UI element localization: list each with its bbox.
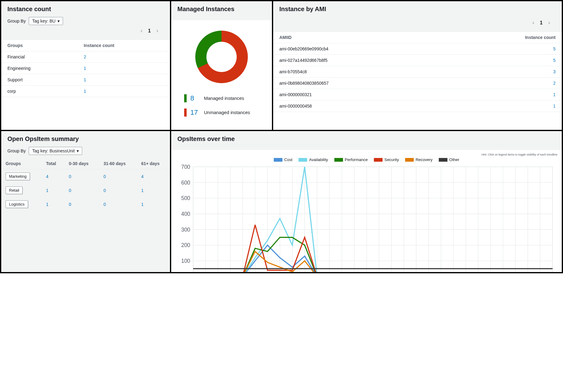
col-31-60: 31-60 days [99, 158, 137, 169]
ami-id: ami-00eb20669e0990cb4 [273, 43, 443, 55]
d3160-link[interactable]: 0 [104, 188, 106, 193]
count-link[interactable]: 2 [553, 81, 556, 86]
group-by-value: Tag key: BusinessUnit [32, 148, 75, 153]
legend-item-performance[interactable]: Performance [334, 157, 368, 162]
count-link[interactable]: 3 [553, 69, 556, 74]
d030-link[interactable]: 0 [69, 202, 71, 207]
swatch-icon [405, 158, 414, 162]
total-link[interactable]: 1 [46, 188, 49, 193]
svg-text:100: 100 [181, 258, 190, 264]
ami-id: ami-027a14492d667b8f5 [273, 55, 443, 66]
d3160-link[interactable]: 0 [104, 174, 106, 179]
legend-item-availability[interactable]: Availability [298, 157, 328, 162]
managed-instances-card: Managed Instances 8 Managed instances 17… [171, 1, 273, 130]
group-by-label: Group By [7, 148, 26, 153]
legend-item-other[interactable]: Other [439, 157, 459, 162]
ami-id: ami-0b898040803850657 [273, 78, 443, 89]
col-0-30: 0-30 days [65, 158, 99, 169]
d61-link[interactable]: 1 [141, 202, 144, 207]
count-link[interactable]: 1 [84, 66, 86, 71]
swatch-icon [334, 158, 343, 162]
group-cell: corp [1, 86, 78, 97]
d61-link[interactable]: 4 [141, 174, 144, 179]
ami-table: AMIID Instance count ami-00eb20669e0990c… [273, 32, 562, 112]
count-link[interactable]: 1 [84, 77, 86, 82]
svg-text:300: 300 [181, 227, 190, 233]
chevron-right-icon[interactable]: › [548, 19, 550, 26]
open-opsitem-title: Open OpsItem summary [7, 135, 164, 143]
group-by-dropdown[interactable]: Tag key: BusinessUnit ▾ [29, 147, 82, 155]
managed-instances-title: Managed Instances [177, 6, 266, 13]
legend-item-recovery[interactable]: Recovery [405, 157, 433, 162]
svg-text:700: 700 [181, 164, 190, 170]
legend-item-cost[interactable]: Cost [274, 157, 293, 162]
group-by-dropdown[interactable]: Tag key: BU ▾ [29, 17, 63, 25]
chart-hint: Hint: Click on legend items to toggle vi… [176, 153, 557, 156]
table-row: ami-027a14492d667b8f55 [273, 55, 562, 66]
instance-by-ami-card: Instance by AMI ‹ 1 › AMIID Instance cou… [273, 1, 562, 130]
group-button[interactable]: Marketing [6, 173, 30, 180]
table-row: ami-b70554c83 [273, 66, 562, 78]
opsitems-over-time-title: OpsItems over time [177, 135, 556, 143]
total-link[interactable]: 1 [46, 202, 49, 207]
d3160-link[interactable]: 0 [104, 202, 106, 207]
page-number: 1 [540, 20, 543, 26]
instance-count-pagination: ‹ 1 › [7, 25, 164, 36]
dashboard-grid: Instance count Group By Tag key: BU ▾ ‹ … [0, 0, 563, 273]
swatch-icon [274, 158, 282, 162]
chevron-left-icon[interactable]: ‹ [141, 28, 142, 34]
managed-count[interactable]: 8 [190, 94, 200, 102]
managed-label: Managed instances [204, 96, 244, 101]
chevron-left-icon[interactable]: ‹ [532, 19, 534, 26]
count-link[interactable]: 5 [553, 58, 556, 63]
table-row: Financial 2 [1, 51, 170, 63]
swatch-green [184, 94, 187, 102]
group-button[interactable]: Retail [6, 186, 23, 194]
line-chart: 010020030040050060070010-1310-1410-1510-… [176, 164, 557, 273]
table-row: ami-00eb20669e0990cb45 [273, 43, 562, 55]
svg-text:500: 500 [181, 195, 190, 201]
svg-text:400: 400 [181, 211, 190, 217]
col-count: Instance count [78, 40, 170, 51]
count-link[interactable]: 1 [84, 89, 86, 94]
chart-legend: Cost Availability Performance Security R… [176, 157, 557, 162]
instance-count-table: Groups Instance count Financial 2 Engine… [1, 40, 170, 97]
swatch-icon [374, 158, 383, 162]
table-row: Marketing 4 0 0 4 [1, 169, 170, 184]
total-link[interactable]: 4 [46, 174, 49, 179]
legend-item-security[interactable]: Security [374, 157, 399, 162]
table-row: ami-00000003211 [273, 89, 562, 100]
ami-id: ami-0000000458 [273, 100, 443, 112]
col-amiid: AMIID [273, 32, 443, 43]
col-groups: Groups [1, 40, 78, 51]
legend-managed: 8 Managed instances [175, 94, 268, 102]
caret-down-icon: ▾ [77, 148, 79, 153]
count-link[interactable]: 1 [553, 104, 556, 109]
chevron-right-icon[interactable]: › [156, 28, 158, 34]
d030-link[interactable]: 0 [69, 174, 71, 179]
table-row: Logistics 1 0 0 1 [1, 197, 170, 211]
svg-text:600: 600 [181, 180, 190, 186]
swatch-icon [298, 158, 307, 162]
count-link[interactable]: 2 [84, 54, 86, 59]
page-number: 1 [148, 28, 151, 34]
unmanaged-label: Unmanaged instances [204, 110, 250, 115]
d61-link[interactable]: 1 [141, 188, 144, 193]
unmanaged-count[interactable]: 17 [190, 109, 200, 117]
swatch-icon [439, 158, 447, 162]
instance-count-card: Instance count Group By Tag key: BU ▾ ‹ … [1, 1, 171, 130]
d030-link[interactable]: 0 [69, 188, 71, 193]
table-row: ami-0b8980408038506572 [273, 78, 562, 89]
count-link[interactable]: 1 [553, 92, 556, 97]
group-cell: Engineering [1, 63, 78, 74]
ami-id: ami-b70554c8 [273, 66, 443, 78]
table-row: Retail 1 0 0 1 [1, 183, 170, 197]
instance-by-ami-title: Instance by AMI [279, 6, 556, 13]
col-groups: Groups [1, 158, 42, 169]
group-button[interactable]: Logistics [6, 200, 28, 208]
col-total: Total [42, 158, 65, 169]
count-link[interactable]: 5 [553, 46, 556, 51]
swatch-red [184, 109, 187, 117]
ami-id: ami-0000000321 [273, 89, 443, 100]
table-row: ami-00000004581 [273, 100, 562, 112]
